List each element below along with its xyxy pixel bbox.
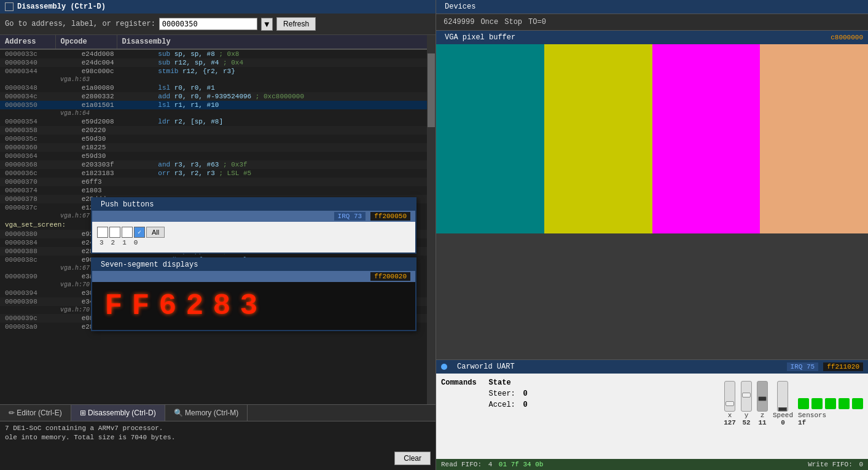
disassembly-body[interactable]: 0000033c e24dd008 sub sp, sp, #8 ; 0x8 0… bbox=[0, 50, 436, 404]
x-axis-label: x bbox=[728, 412, 732, 419]
joystick-group: x 127 y 52 bbox=[724, 381, 863, 426]
vga-title-bar: VGA pixel buffer c8000000 bbox=[436, 31, 868, 44]
push-buttons-addr: ff200050 bbox=[370, 212, 410, 221]
table-row[interactable]: 00000368 e203303f and r3, r3, #63 ; 0x3f bbox=[0, 160, 436, 169]
seven-segment-addr-bar: ff200020 bbox=[92, 271, 415, 282]
vga-grey-area bbox=[436, 233, 868, 359]
speed-label: Speed bbox=[773, 412, 793, 419]
x-axis-handle bbox=[725, 401, 734, 406]
y-axis-stick[interactable] bbox=[741, 381, 752, 412]
steer-label: Steer: bbox=[489, 390, 520, 398]
clear-button[interactable]: Clear bbox=[394, 452, 431, 465]
sensor-dot-2 bbox=[811, 398, 823, 409]
table-row[interactable]: 0000035c e59d30 bbox=[0, 135, 436, 143]
devices-title-bar: Devices bbox=[436, 0, 868, 14]
seven-segment-body: F F 6 2 8 3 bbox=[92, 282, 415, 330]
push-buttons-irq-bar: IRQ 73 ff200050 bbox=[92, 211, 415, 222]
table-row[interactable]: 00000360 e18225 bbox=[0, 143, 436, 152]
tab-disassembly[interactable]: ⊞ Disassembly (Ctrl-D) bbox=[71, 405, 165, 421]
goto-dropdown-button[interactable]: ▼ bbox=[261, 18, 273, 31]
write-fifo-label: Write FIFO: 0 bbox=[808, 461, 863, 468]
push-buttons-body: ✓ All 3 2 1 0 bbox=[92, 222, 415, 253]
speed-slider[interactable] bbox=[777, 381, 788, 412]
seven-segment-title: Seven-segment displays bbox=[92, 259, 415, 271]
uart-state-label: State bbox=[489, 378, 712, 387]
speed-val: 0 bbox=[781, 419, 785, 426]
pb-checkbox-2[interactable] bbox=[122, 227, 133, 238]
x-axis-stick[interactable] bbox=[724, 381, 735, 412]
sensors-col: Sensors 1f bbox=[798, 398, 863, 426]
disasm-scrollbar-thumb[interactable] bbox=[428, 53, 435, 127]
table-row[interactable]: 0000036c e1823183 orr r3, r2, r3 ; LSL #… bbox=[0, 169, 436, 178]
sensor-dot-1 bbox=[798, 398, 809, 409]
sensor-dot-5 bbox=[852, 398, 863, 409]
accel-row: Accel: 0 bbox=[489, 401, 712, 409]
table-row[interactable]: 00000350 e1a01501 lsl r1, r1, #10 bbox=[0, 101, 436, 109]
refresh-button[interactable]: Refresh bbox=[276, 17, 316, 31]
speed-col: Speed 0 bbox=[773, 381, 793, 426]
col-header-disassembly: Disassembly bbox=[117, 35, 436, 49]
bottom-tabs: ✏ Editor (Ctrl-E) ⊞ Disassembly (Ctrl-D)… bbox=[0, 404, 436, 421]
seven-segment-overlay: Seven-segment displays ff200020 F F 6 2 … bbox=[91, 257, 416, 331]
z-axis-stick[interactable] bbox=[757, 381, 768, 412]
uart-address: ff211020 bbox=[823, 362, 863, 371]
table-row[interactable]: 0000033c e24dd008 sub sp, sp, #8 ; 0x8 bbox=[0, 50, 436, 58]
y-axis-col: y 52 bbox=[741, 381, 752, 426]
speed-handle bbox=[778, 407, 787, 411]
table-row[interactable]: 00000348 e1a00080 lsl r0, r0, #1 bbox=[0, 84, 436, 92]
goto-bar: Go to address, label, or register: ▼ Ref… bbox=[0, 14, 436, 35]
push-buttons-numbers: 3 2 1 0 bbox=[97, 238, 410, 248]
vga-stripe-2 bbox=[544, 44, 652, 233]
uart-section: Carworld UART IRQ 75 ff211020 Commands S… bbox=[436, 359, 868, 470]
seg-digit-2: 6 bbox=[156, 289, 179, 323]
vga-display bbox=[436, 44, 868, 359]
sensor-dot-4 bbox=[839, 398, 850, 409]
uart-commands-label: Commands bbox=[441, 378, 477, 387]
seg-digit-3: 2 bbox=[183, 289, 206, 323]
devices-once[interactable]: Once bbox=[480, 18, 498, 26]
pb-checkbox-1[interactable] bbox=[109, 227, 120, 238]
seg-digit-0: F bbox=[102, 289, 125, 323]
push-buttons-title: Push buttons bbox=[92, 198, 415, 211]
table-row[interactable]: 00000370 e6ff3 bbox=[0, 178, 436, 186]
sensors-label: Sensors bbox=[798, 412, 826, 419]
table-row[interactable]: 00000364 e59d30 bbox=[0, 152, 436, 160]
devices-stop[interactable]: Stop bbox=[504, 18, 522, 26]
col-header-opcode: Opcode bbox=[55, 35, 117, 49]
table-row[interactable]: 00000344 e98c000c stmib r12, {r2, r3} bbox=[0, 67, 436, 76]
sensor-dot-3 bbox=[825, 398, 836, 409]
disassembly-table: Address Opcode Disassembly bbox=[0, 35, 436, 50]
seg-digit-5: 3 bbox=[237, 289, 260, 323]
disasm-scrollbar[interactable] bbox=[427, 35, 436, 404]
devices-to: TO=0 bbox=[528, 18, 546, 26]
uart-state: State Steer: 0 Accel: 0 bbox=[489, 378, 712, 412]
table-row[interactable]: 0000034c e2800332 add r0, r0, #-93952409… bbox=[0, 92, 436, 101]
accel-label: Accel: bbox=[489, 401, 520, 409]
vga-stripe-3 bbox=[652, 44, 760, 233]
vga-stripe-4 bbox=[760, 44, 868, 233]
x-axis-col: x 127 bbox=[724, 381, 736, 426]
x-axis-val: 127 bbox=[724, 419, 736, 426]
devices-title: Devices bbox=[445, 2, 475, 11]
steer-row: Steer: 0 bbox=[489, 390, 712, 398]
table-row[interactable]: 00000374 e1803 bbox=[0, 186, 436, 195]
sensor-dots bbox=[798, 398, 863, 409]
seg-digit-4: 8 bbox=[210, 289, 233, 323]
disassembly-title: Disassembly (Ctrl-D) bbox=[17, 2, 106, 11]
tab-editor[interactable]: ✏ Editor (Ctrl-E) bbox=[0, 405, 71, 421]
y-axis-label: y bbox=[745, 412, 749, 419]
read-fifo-hex: 01 7f 34 0b bbox=[499, 461, 544, 468]
table-row[interactable]: 00000354 e59d2008 ldr r2, [sp, #8] bbox=[0, 117, 436, 126]
vga-title: VGA pixel buffer bbox=[445, 33, 515, 42]
log-line-2: ole into memory. Total size is 7040 byte… bbox=[5, 433, 431, 442]
col-header-address: Address bbox=[0, 35, 55, 49]
vga-section: VGA pixel buffer c8000000 bbox=[436, 31, 868, 359]
pb-all-button[interactable]: All bbox=[146, 227, 165, 238]
table-row[interactable]: 00000340 e24dc004 sub r12, sp, #4 ; 0x4 bbox=[0, 58, 436, 67]
pb-checkbox-3[interactable]: ✓ bbox=[134, 227, 145, 238]
tab-memory[interactable]: 🔍 Memory (Ctrl-M) bbox=[165, 405, 248, 421]
table-row[interactable]: 00000358 e20220 bbox=[0, 126, 436, 135]
push-buttons-overlay: Push buttons IRQ 73 ff200050 ✓ All bbox=[91, 197, 416, 254]
goto-input[interactable] bbox=[159, 18, 257, 30]
pb-checkbox-0[interactable] bbox=[97, 227, 108, 238]
